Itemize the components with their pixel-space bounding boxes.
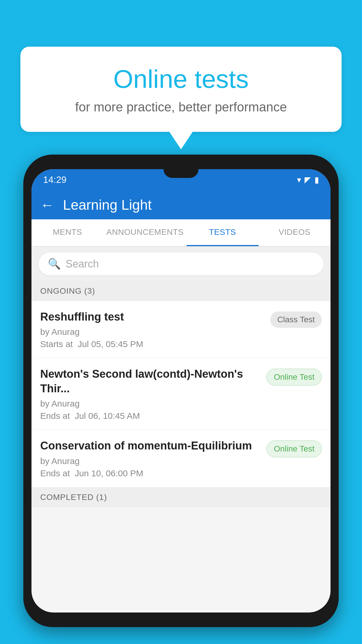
test-name-1: Reshuffling test bbox=[40, 310, 264, 324]
test-badge-2: Online Test bbox=[266, 369, 322, 386]
phone-frame: 14:29 ▾ ◤ ▮ ← Learning Light MENTS ANNOU… bbox=[23, 155, 339, 627]
tab-announcements[interactable]: ANNOUNCEMENTS bbox=[103, 219, 187, 246]
speech-bubble-arrow bbox=[169, 132, 193, 149]
tab-ments[interactable]: MENTS bbox=[31, 219, 103, 246]
battery-icon: ▮ bbox=[314, 175, 319, 185]
test-name-2: Newton's Second law(contd)-Newton's Thir… bbox=[40, 367, 261, 396]
phone-container: 14:29 ▾ ◤ ▮ ← Learning Light MENTS ANNOU… bbox=[23, 155, 339, 644]
phone-notch bbox=[164, 169, 198, 178]
section-ongoing-title: ONGOING (3) bbox=[40, 286, 95, 295]
status-time: 14:29 bbox=[43, 174, 66, 185]
test-time-1: Starts at Jul 05, 05:45 PM bbox=[40, 339, 264, 349]
test-badge-1: Class Test bbox=[270, 312, 322, 328]
app-title: Learning Light bbox=[63, 197, 152, 213]
section-completed-title: COMPLETED (1) bbox=[40, 493, 107, 502]
test-info-1: Reshuffling test by Anurag Starts at Jul… bbox=[40, 310, 264, 349]
test-name-3: Conservation of momentum-Equilibrium bbox=[40, 439, 261, 453]
search-bar[interactable]: 🔍 Search bbox=[38, 253, 324, 275]
section-completed-header: COMPLETED (1) bbox=[31, 487, 331, 507]
test-author-2: by Anurag bbox=[40, 399, 261, 409]
test-time-3: Ends at Jun 10, 06:00 PM bbox=[40, 468, 261, 478]
test-author-1: by Anurag bbox=[40, 327, 264, 337]
test-list: Reshuffling test by Anurag Starts at Jul… bbox=[31, 301, 331, 487]
test-item[interactable]: Newton's Second law(contd)-Newton's Thir… bbox=[31, 358, 331, 430]
test-info-2: Newton's Second law(contd)-Newton's Thir… bbox=[40, 367, 261, 421]
test-author-3: by Anurag bbox=[40, 456, 261, 466]
test-item[interactable]: Reshuffling test by Anurag Starts at Jul… bbox=[31, 301, 331, 358]
test-time-2: Ends at Jul 06, 10:45 AM bbox=[40, 411, 261, 421]
app-header: ← Learning Light bbox=[31, 190, 331, 219]
search-container: 🔍 Search bbox=[31, 247, 331, 281]
status-icons: ▾ ◤ ▮ bbox=[297, 175, 319, 185]
back-button[interactable]: ← bbox=[40, 197, 54, 213]
phone-screen: 14:29 ▾ ◤ ▮ ← Learning Light MENTS ANNOU… bbox=[31, 169, 331, 612]
tabs-container: MENTS ANNOUNCEMENTS TESTS VIDEOS bbox=[31, 219, 331, 247]
search-placeholder: Search bbox=[66, 258, 99, 270]
speech-bubble: Online tests for more practice, better p… bbox=[20, 47, 342, 132]
test-item[interactable]: Conservation of momentum-Equilibrium by … bbox=[31, 430, 331, 487]
search-icon: 🔍 bbox=[48, 258, 61, 270]
tab-videos[interactable]: VIDEOS bbox=[259, 219, 331, 246]
wifi-icon: ▾ bbox=[297, 175, 301, 185]
speech-bubble-container: Online tests for more practice, better p… bbox=[20, 47, 342, 149]
section-ongoing-header: ONGOING (3) bbox=[31, 281, 331, 301]
speech-bubble-subtitle: for more practice, better performance bbox=[44, 100, 318, 114]
speech-bubble-title: Online tests bbox=[44, 64, 318, 94]
tab-tests[interactable]: TESTS bbox=[187, 219, 259, 246]
test-info-3: Conservation of momentum-Equilibrium by … bbox=[40, 439, 261, 478]
signal-icon: ◤ bbox=[305, 175, 311, 185]
test-badge-3: Online Test bbox=[266, 440, 322, 457]
